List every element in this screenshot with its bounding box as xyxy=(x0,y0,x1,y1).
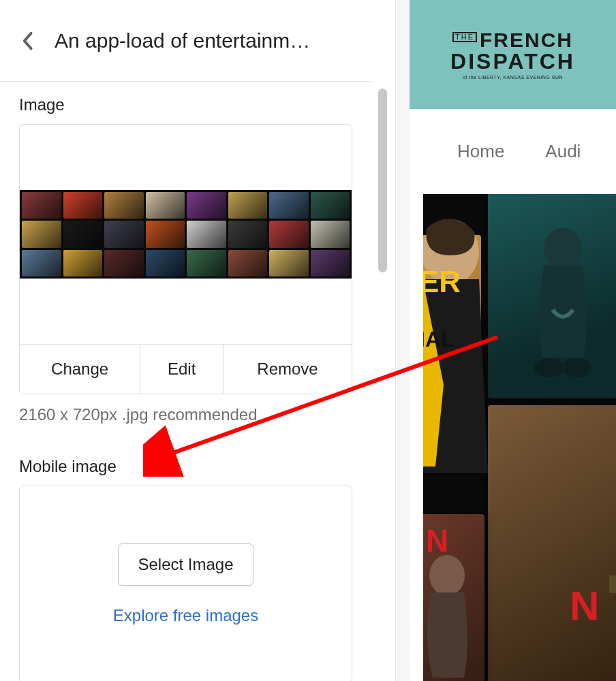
editor-panel: An app-load of entertainm… Image Change … xyxy=(0,0,395,681)
preview-banner: THE FRENCH DISPATCH of the LIBERTY, KANS… xyxy=(410,0,616,109)
image-field-label: Image xyxy=(19,95,352,114)
image-actions: Change Edit Remove xyxy=(20,344,352,394)
panel-title: An app-load of entertainm… xyxy=(55,29,355,52)
mobile-image-dropzone[interactable]: Select Image Explore free images xyxy=(19,486,352,681)
poster-art-icon xyxy=(423,548,484,681)
poster-art-icon xyxy=(488,194,616,398)
panel-scrollbar-track[interactable] xyxy=(372,0,395,681)
svg-point-3 xyxy=(429,555,465,596)
panel-header: An app-load of entertainm… xyxy=(0,0,371,82)
poster-text: IAL xyxy=(423,330,455,349)
preview-logo: THE FRENCH DISPATCH of the LIBERTY, KANS… xyxy=(450,30,575,80)
svg-point-2 xyxy=(561,358,591,377)
preview-nav: Home Audi xyxy=(410,109,616,194)
svg-point-1 xyxy=(534,358,564,377)
logo-line2: DISPATCH xyxy=(450,50,575,72)
back-button[interactable] xyxy=(16,30,38,52)
theme-preview: THE FRENCH DISPATCH of the LIBERTY, KANS… xyxy=(395,0,616,681)
change-button[interactable]: Change xyxy=(20,345,140,394)
nav-item-audio[interactable]: Audi xyxy=(545,141,581,162)
image-hint: 2160 x 720px .jpg recommended xyxy=(19,405,352,424)
logo-line1: FRENCH xyxy=(480,30,573,50)
explore-free-images-link[interactable]: Explore free images xyxy=(113,606,258,625)
logo-the: THE xyxy=(452,32,477,42)
preview-hero: N HOLLYWO N xyxy=(423,194,616,681)
mobile-image-label: Mobile image xyxy=(19,457,352,476)
panel-scrollbar-thumb[interactable] xyxy=(378,89,387,272)
chevron-left-icon xyxy=(21,31,33,50)
billboards-icon xyxy=(611,575,616,630)
hero-poster xyxy=(488,194,616,398)
hero-poster: N xyxy=(423,514,484,681)
image-preview-content xyxy=(20,190,352,279)
image-preview[interactable] xyxy=(20,125,352,344)
remove-button[interactable]: Remove xyxy=(224,345,352,394)
hero-poster: N HOLLYWO xyxy=(488,405,616,681)
logo-sub: of the LIBERTY, KANSAS EVENING SUN xyxy=(450,75,575,80)
svg-point-0 xyxy=(544,228,582,269)
image-box: Change Edit Remove xyxy=(19,124,352,394)
select-image-button[interactable]: Select Image xyxy=(118,543,253,586)
poster-text: ER xyxy=(423,269,461,294)
nav-item-home[interactable]: Home xyxy=(457,141,504,162)
edit-button[interactable]: Edit xyxy=(140,345,224,394)
netflix-n-icon: N xyxy=(570,582,599,629)
